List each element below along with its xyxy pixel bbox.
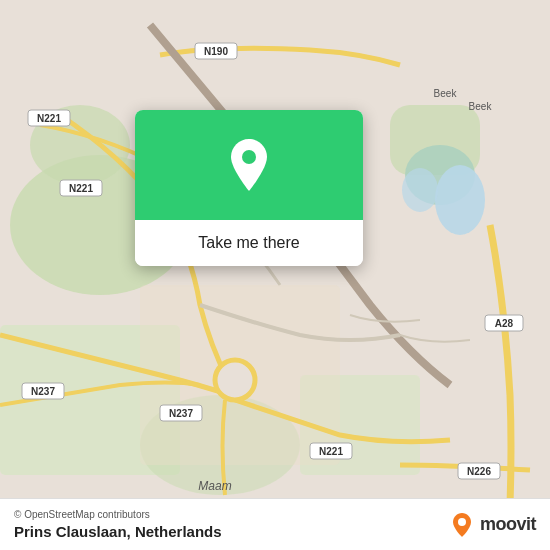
moovit-logo: moovit [448,511,536,539]
map-svg: N190 N221 N221 N237 N237 N221 A28 N226 M… [0,0,550,550]
svg-text:N221: N221 [319,446,343,457]
location-name: Prins Clauslaan, Netherlands [14,523,222,540]
location-pin-icon [225,137,273,193]
copyright-text: © OpenStreetMap contributors [14,509,222,520]
svg-text:A28: A28 [495,318,514,329]
svg-point-32 [458,518,466,526]
svg-point-10 [215,360,255,400]
svg-text:N237: N237 [169,408,193,419]
popup-green-area [135,110,363,220]
svg-text:N190: N190 [204,46,228,57]
svg-point-4 [435,165,485,235]
popup-card: Take me there [135,110,363,266]
svg-text:Maam: Maam [198,479,231,493]
svg-text:Beek: Beek [469,101,493,112]
svg-text:N237: N237 [31,386,55,397]
svg-point-31 [242,150,256,164]
moovit-icon [448,511,476,539]
svg-text:N221: N221 [69,183,93,194]
bottom-left: © OpenStreetMap contributors Prins Claus… [14,509,222,540]
svg-text:Beek: Beek [434,88,458,99]
svg-text:N221: N221 [37,113,61,124]
take-me-there-button[interactable]: Take me there [135,220,363,266]
svg-point-5 [402,168,438,212]
svg-text:N226: N226 [467,466,491,477]
map-container: N190 N221 N221 N237 N237 N221 A28 N226 M… [0,0,550,550]
bottom-bar: © OpenStreetMap contributors Prins Claus… [0,498,550,550]
moovit-text: moovit [480,514,536,535]
